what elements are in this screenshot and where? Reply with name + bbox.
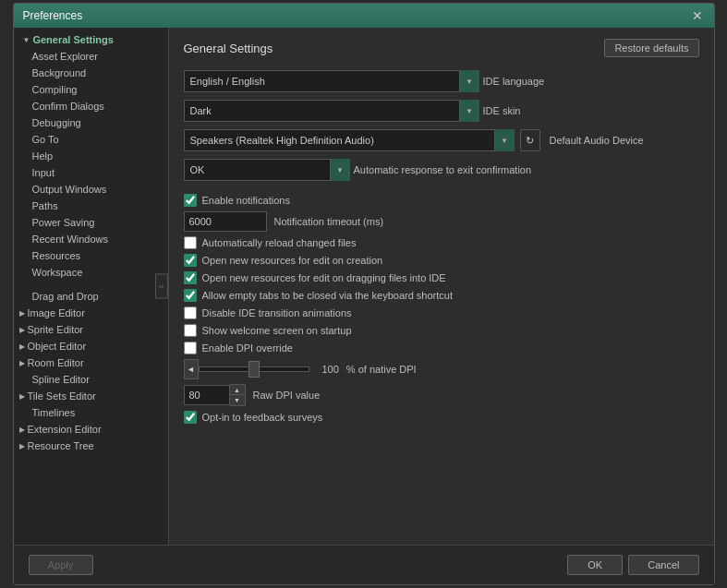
notification-timeout-label: Notification timeout (ms): [274, 216, 384, 227]
raw-dpi-input[interactable]: [184, 385, 230, 405]
main-content: General Settings Restore defaults Englis…: [169, 28, 714, 545]
arrow-icon: ▶: [19, 359, 25, 367]
sidebar-item-asset-explorer[interactable]: Asset Explorer: [14, 48, 168, 65]
close-button[interactable]: ✕: [690, 9, 705, 22]
arrow-icon: ▶: [19, 342, 25, 351]
sidebar-item-room-editor[interactable]: ▶ Room Editor: [14, 354, 168, 371]
dpi-slider-row: ◄ 100 % of native DPI: [184, 359, 699, 379]
sidebar-item-power-saving[interactable]: Power Saving: [14, 214, 168, 231]
enable-notifications-checkbox[interactable]: [184, 194, 197, 207]
open-new-resources-drag-checkbox[interactable]: [184, 271, 197, 284]
ide-skin-dropdown-wrapper: Dark ▼: [184, 100, 479, 122]
enable-dpi-row: Enable DPI override: [184, 342, 699, 354]
disable-transitions-checkbox[interactable]: [184, 306, 197, 319]
sidebar-item-recent-windows[interactable]: Recent Windows: [14, 231, 168, 247]
spinner-up-button[interactable]: ▲: [230, 385, 245, 395]
open-new-resources-drag-row: Open new resources for edit on dragging …: [184, 271, 699, 284]
sidebar-item-compiling[interactable]: Compiling: [14, 81, 168, 98]
show-welcome-checkbox[interactable]: [184, 324, 197, 337]
sidebar-item-input[interactable]: Input: [14, 164, 168, 181]
sidebar-item-sprite-editor[interactable]: ▶ Sprite Editor: [14, 321, 168, 338]
arrow-icon: ▶: [19, 426, 25, 434]
ide-language-dropdown[interactable]: English / English: [184, 70, 479, 92]
sidebar-collapse-button[interactable]: ‹‹: [155, 274, 168, 299]
sidebar-item-timelines[interactable]: Timelines: [14, 404, 168, 421]
sidebar-item-resources[interactable]: Resources: [14, 247, 168, 264]
sidebar-item-output-windows[interactable]: Output Windows: [14, 181, 168, 198]
sidebar-item-debugging[interactable]: Debugging: [14, 114, 168, 131]
ide-skin-label: IDE skin: [483, 105, 521, 116]
ide-skin-row: Dark ▼ IDE skin: [184, 100, 699, 122]
sidebar-item-workspace[interactable]: Workspace: [14, 264, 168, 281]
raw-dpi-label: Raw DPI value: [253, 390, 321, 401]
enable-dpi-checkbox[interactable]: [184, 342, 197, 354]
show-welcome-row: Show welcome screen on startup: [184, 324, 699, 337]
sidebar-item-general-settings[interactable]: ▼ General Settings: [14, 31, 168, 48]
restore-defaults-button[interactable]: Restore defaults: [604, 39, 698, 57]
open-new-resources-edit-label: Open new resources for edit on creation: [202, 255, 383, 266]
allow-empty-tabs-label: Allow empty tabs to be closed via the ke…: [202, 290, 453, 301]
audio-device-dropdown[interactable]: Speakers (Realtek High Definition Audio): [184, 129, 515, 151]
auto-reload-row: Automatically reload changed files: [184, 236, 699, 249]
optin-feedback-label: Opt-in to feedback surveys: [202, 412, 323, 423]
auto-reload-checkbox[interactable]: [184, 236, 197, 249]
sidebar-item-tile-sets-editor[interactable]: ▶ Tile Sets Editor: [14, 388, 168, 404]
sidebar-item-paths[interactable]: Paths: [14, 198, 168, 214]
arrow-icon: ▶: [19, 392, 25, 401]
sidebar-item-drag-and-drop[interactable]: Drag and Drop: [14, 288, 168, 305]
spinner-down-button[interactable]: ▼: [230, 395, 245, 405]
sidebar-item-confirm-dialogs[interactable]: Confirm Dialogs: [14, 98, 168, 114]
audio-device-label: Default Audio Device: [550, 135, 644, 146]
exit-confirm-dropdown-wrapper: OK ▼: [184, 159, 350, 181]
ok-button[interactable]: OK: [567, 555, 623, 575]
slider-left-button[interactable]: ◄: [184, 359, 199, 379]
exit-confirm-label: Automatic response to exit confirmation: [354, 164, 532, 175]
dpi-percent-label: % of native DPI: [346, 364, 417, 375]
optin-feedback-checkbox[interactable]: [184, 411, 197, 424]
footer-left: Apply: [29, 555, 568, 575]
open-new-resources-drag-label: Open new resources for edit on dragging …: [202, 272, 446, 283]
slider-container: ◄: [184, 359, 309, 379]
page-title: General Settings: [184, 42, 273, 55]
footer-buttons: OK Cancel: [567, 555, 698, 575]
notification-timeout-input[interactable]: [184, 211, 267, 232]
preferences-dialog: Preferences ✕ ▼ General Settings Asset E…: [13, 3, 715, 585]
allow-empty-tabs-checkbox[interactable]: [184, 289, 197, 302]
enable-notifications-label: Enable notifications: [202, 195, 290, 206]
raw-dpi-spinner: ▲ ▼: [184, 384, 246, 406]
arrow-icon: ▶: [19, 442, 25, 450]
audio-row: Speakers (Realtek High Definition Audio)…: [184, 129, 644, 151]
notification-timeout-row: Notification timeout (ms): [184, 211, 699, 232]
main-header: General Settings Restore defaults: [184, 39, 699, 57]
sidebar-item-spline-editor[interactable]: Spline Editor: [14, 371, 168, 388]
exit-confirm-dropdown[interactable]: OK: [184, 159, 350, 181]
ide-skin-dropdown[interactable]: Dark: [184, 100, 479, 122]
sidebar-item-go-to[interactable]: Go To: [14, 131, 168, 148]
sidebar-item-object-editor[interactable]: ▶ Object Editor: [14, 338, 168, 354]
dpi-percent-value: 100: [322, 364, 339, 375]
sidebar-item-help[interactable]: Help: [14, 148, 168, 164]
auto-reload-label: Automatically reload changed files: [202, 237, 357, 248]
sidebar-item-image-editor[interactable]: ▶ Image Editor: [14, 305, 168, 321]
refresh-audio-button[interactable]: ↻: [520, 129, 540, 151]
apply-button[interactable]: Apply: [29, 555, 93, 575]
open-new-resources-edit-checkbox[interactable]: [184, 254, 197, 267]
raw-dpi-row: ▲ ▼ Raw DPI value: [184, 384, 699, 406]
dialog-body: ▼ General Settings Asset Explorer Backgr…: [14, 28, 714, 545]
enable-notifications-row: Enable notifications: [184, 194, 699, 207]
show-welcome-label: Show welcome screen on startup: [202, 325, 352, 336]
disable-transitions-row: Disable IDE transition animations: [184, 306, 699, 319]
expand-icon: ▼: [23, 36, 30, 44]
ide-language-row: English / English ▼ IDE language: [184, 70, 699, 92]
arrow-icon: ▶: [19, 309, 25, 318]
sidebar-item-extension-editor[interactable]: ▶ Extension Editor: [14, 421, 168, 438]
dpi-slider[interactable]: [199, 366, 309, 372]
cancel-button[interactable]: Cancel: [628, 555, 698, 575]
open-new-resources-edit-row: Open new resources for edit on creation: [184, 254, 699, 267]
sidebar-item-resource-tree[interactable]: ▶ Resource Tree: [14, 438, 168, 454]
disable-transitions-label: Disable IDE transition animations: [202, 307, 352, 318]
sidebar-item-background[interactable]: Background: [14, 65, 168, 81]
ide-language-dropdown-wrapper: English / English ▼: [184, 70, 479, 92]
optin-feedback-row: Opt-in to feedback surveys: [184, 411, 699, 424]
spinner-buttons: ▲ ▼: [230, 384, 246, 406]
